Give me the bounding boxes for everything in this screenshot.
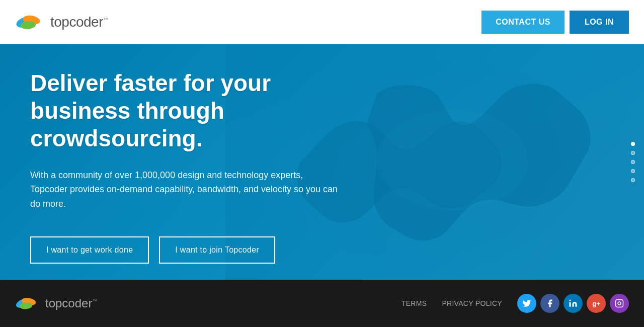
- header: topcoder™ CONTACT US LOG IN: [0, 0, 644, 44]
- logo[interactable]: topcoder™: [15, 12, 108, 32]
- get-work-done-button[interactable]: I want to get work done: [30, 236, 149, 264]
- join-topcoder-button[interactable]: I want to join Topcoder: [159, 236, 275, 264]
- login-button[interactable]: LOG IN: [570, 11, 629, 34]
- twitter-icon[interactable]: [517, 294, 536, 313]
- hero-content: Deliver faster for your business through…: [0, 44, 377, 280]
- svg-point-9: [570, 300, 571, 301]
- contact-us-button[interactable]: CONTACT US: [481, 11, 565, 34]
- svg-rect-10: [616, 300, 623, 307]
- linkedin-icon[interactable]: [564, 294, 583, 313]
- footer: topcoder™ TERMS PRIVACY POLICY g+: [0, 280, 644, 327]
- logo-text: topcoder™: [50, 14, 108, 30]
- footer-logo-icon: [15, 295, 40, 312]
- topcoder-logo-icon: [15, 12, 45, 32]
- footer-logo[interactable]: topcoder™: [15, 295, 97, 312]
- footer-links: TERMS PRIVACY POLICY: [401, 299, 502, 307]
- terms-link[interactable]: TERMS: [401, 299, 427, 307]
- slide-navigation: [631, 142, 635, 182]
- hero-section: Deliver faster for your business through…: [0, 44, 644, 280]
- hero-cta-buttons: I want to get work done I want to join T…: [30, 236, 347, 264]
- facebook-icon[interactable]: [540, 294, 559, 313]
- slide-dot-5[interactable]: [631, 178, 635, 182]
- slide-dot-2[interactable]: [631, 151, 635, 155]
- footer-logo-text: topcoder™: [45, 296, 97, 310]
- slide-dot-1[interactable]: [631, 142, 635, 146]
- header-actions: CONTACT US LOG IN: [481, 11, 629, 34]
- social-icons: g+: [517, 294, 629, 313]
- hero-title: Deliver faster for your business through…: [30, 69, 347, 153]
- google-plus-icon[interactable]: g+: [587, 294, 606, 313]
- hero-subtitle: With a community of over 1,000,000 desig…: [30, 168, 342, 211]
- instagram-icon[interactable]: [610, 294, 629, 313]
- privacy-policy-link[interactable]: PRIVACY POLICY: [442, 299, 502, 307]
- slide-dot-3[interactable]: [631, 160, 635, 164]
- slide-dot-4[interactable]: [631, 169, 635, 173]
